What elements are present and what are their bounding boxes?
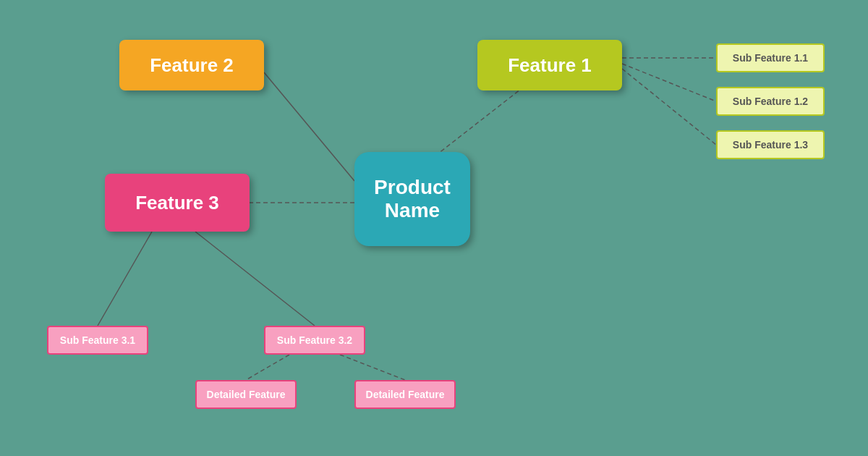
svg-line-6 xyxy=(98,232,152,326)
sub-feature-1-2: Sub Feature 1.2 xyxy=(716,87,825,116)
svg-line-1 xyxy=(264,72,354,181)
svg-line-8 xyxy=(246,355,289,380)
svg-line-9 xyxy=(340,355,405,380)
feature-2-node: Feature 2 xyxy=(119,40,264,90)
feature-3-node: Feature 3 xyxy=(105,174,250,232)
svg-line-7 xyxy=(195,232,315,326)
detailed-feature-2: Detailed Feature xyxy=(354,380,456,409)
detailed-feature-1: Detailed Feature xyxy=(195,380,297,409)
feature-1-node: Feature 1 xyxy=(477,40,622,90)
svg-line-4 xyxy=(622,64,716,101)
sub-feature-3-2: Sub Feature 3.2 xyxy=(264,326,365,355)
sub-feature-1-1: Sub Feature 1.1 xyxy=(716,43,825,72)
sub-feature-1-3: Sub Feature 1.3 xyxy=(716,130,825,159)
sub-feature-3-1: Sub Feature 3.1 xyxy=(47,326,148,355)
svg-line-5 xyxy=(622,69,716,145)
product-name-node: Product Name xyxy=(354,152,470,246)
